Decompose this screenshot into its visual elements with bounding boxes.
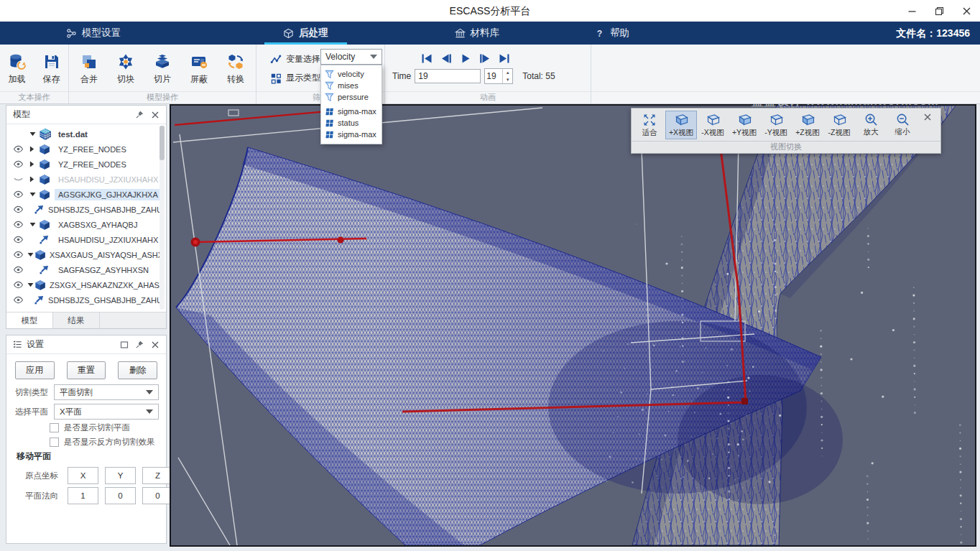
eye-open-icon[interactable] — [13, 236, 26, 244]
view-minus-y-button[interactable]: -Y视图 — [760, 111, 792, 139]
dropdown-option-sigma-max[interactable]: sigma-max — [321, 106, 382, 117]
menu-item-1[interactable]: 后处理 — [256, 22, 356, 45]
tab-model[interactable]: 模型 — [6, 312, 53, 328]
time-spinner[interactable]: ▲▼ — [484, 68, 513, 84]
eye-open-icon[interactable] — [13, 145, 26, 153]
eye-open-icon[interactable] — [13, 296, 24, 304]
cut-type-select[interactable]: 平面切割 — [54, 384, 159, 400]
expander-icon[interactable] — [29, 131, 38, 136]
tab-result[interactable]: 结果 — [53, 312, 100, 328]
tree-item[interactable]: SDHSBJZS_GHSABJHB_ZAHU — [6, 202, 166, 217]
minimize-button[interactable] — [905, 4, 918, 17]
pin-icon[interactable] — [135, 110, 144, 119]
origin-z-field[interactable] — [142, 467, 173, 484]
spinner-up-icon[interactable]: ▲ — [503, 69, 512, 76]
tree-item[interactable]: AGSGKJKG_GJHXAJKHXA — [6, 187, 166, 202]
view-plus-x-button[interactable]: +X视图 — [665, 111, 697, 139]
normal-x-field[interactable] — [68, 487, 98, 504]
load-button[interactable]: 加载 — [2, 52, 32, 85]
view-plus-y-button[interactable]: +Y视图 — [729, 111, 760, 139]
fit-view-button[interactable]: 适合 — [634, 111, 665, 139]
eye-open-icon[interactable] — [13, 221, 26, 228]
tree-item[interactable]: test.dat — [6, 126, 166, 142]
expander-icon[interactable] — [29, 161, 38, 167]
dropdown-option-mises[interactable]: mises — [321, 80, 382, 91]
expander-icon[interactable] — [27, 282, 34, 287]
show-cut-plane-checkbox[interactable] — [50, 423, 59, 432]
variable-select-button[interactable]: 变量选择 — [270, 53, 320, 65]
cut-block-button[interactable]: 切块 — [110, 52, 142, 85]
zoom-in-button[interactable]: 放大 — [855, 111, 887, 139]
view-toolbar-close-icon[interactable] — [920, 111, 935, 125]
view-minus-x-button[interactable]: -X视图 — [697, 111, 729, 139]
merge-button[interactable]: 合并 — [73, 52, 105, 85]
tree-item[interactable]: SAGFASGZ_ASYHHXSN — [6, 262, 166, 277]
expander-icon[interactable] — [29, 192, 38, 197]
normal-z-field[interactable] — [142, 487, 173, 504]
tree-item[interactable]: YZ_FREE_NODES — [6, 157, 166, 172]
apply-button[interactable]: 应用 — [15, 361, 55, 379]
menu-item-0[interactable]: 模型设置 — [52, 22, 135, 45]
slice-button[interactable]: 切片 — [147, 52, 178, 85]
reverse-cut-checkbox[interactable] — [50, 437, 59, 447]
dropdown-option-status[interactable]: status — [321, 117, 382, 129]
expander-icon[interactable] — [29, 146, 38, 152]
step-forward-button[interactable] — [479, 54, 491, 63]
delete-button[interactable]: 删除 — [118, 361, 157, 379]
expander-icon[interactable] — [29, 176, 38, 182]
tree-item[interactable]: ZSXGX_HSAKAZNZXK_AHASX — [6, 277, 166, 292]
play-button[interactable] — [460, 54, 471, 63]
eye-open-icon[interactable] — [13, 281, 24, 289]
eye-open-icon[interactable] — [13, 190, 26, 198]
save-button[interactable]: 保存 — [37, 52, 66, 85]
step-back-button[interactable] — [440, 54, 452, 63]
tree-item[interactable]: SDHSBJZS_GHSABJHB_ZAHU — [6, 292, 166, 307]
3d-viewport[interactable] — [170, 104, 976, 547]
eye-closed-icon[interactable] — [13, 175, 26, 183]
dropdown-option-sigma-max[interactable]: sigma-max — [321, 129, 382, 140]
skip-start-button[interactable] — [421, 54, 433, 63]
tree-item[interactable]: XAGBSXG_AYHAQBJ — [6, 217, 166, 232]
tree-scrollbar[interactable] — [160, 126, 165, 310]
view-minus-z-button[interactable]: -Z视图 — [823, 111, 855, 139]
maximize-icon[interactable] — [120, 341, 129, 349]
normal-y-field[interactable] — [105, 487, 136, 504]
mask-button[interactable]: 屏蔽 — [183, 52, 215, 85]
tree-item[interactable]: HSAUHDISU_JZXIUXHAHX — [6, 232, 166, 247]
expander-icon[interactable] — [27, 252, 34, 257]
spinner-input[interactable] — [485, 69, 502, 83]
pin-icon[interactable] — [135, 340, 144, 349]
tree-item[interactable]: HSAUHDISU_JZXIUXHAHX — [6, 172, 166, 187]
tree-scrollbar-thumb[interactable] — [160, 126, 165, 160]
origin-x-field[interactable] — [68, 467, 98, 484]
dropdown-option-velocity[interactable]: velocity — [321, 68, 382, 80]
restore-button[interactable] — [933, 4, 946, 17]
cube-icon — [34, 249, 46, 261]
tree-item[interactable]: XSAXGAUS_AISYAQSH_ASHX — [6, 247, 166, 262]
spinner-down-icon[interactable]: ▼ — [503, 76, 512, 83]
eye-open-icon[interactable] — [13, 205, 24, 213]
convert-button[interactable]: 转换 — [220, 52, 251, 85]
view-plus-z-button[interactable]: +Z视图 — [792, 111, 823, 139]
origin-y-field[interactable] — [105, 467, 136, 484]
display-type-button[interactable]: 显示类型 — [270, 72, 320, 84]
menu-item-2[interactable]: 材料库 — [440, 22, 514, 45]
eye-open-icon[interactable] — [13, 160, 26, 168]
close-button[interactable] — [960, 4, 973, 17]
playback-controls — [421, 54, 583, 63]
eye-open-icon[interactable] — [13, 266, 26, 274]
variable-combobox[interactable]: Velocity — [320, 49, 382, 65]
scene-canvas[interactable] — [171, 106, 975, 545]
zoom-out-button[interactable]: 缩小 — [887, 111, 918, 139]
close-icon[interactable] — [151, 341, 160, 349]
time-input[interactable] — [415, 69, 481, 83]
reset-button[interactable]: 重置 — [67, 361, 106, 379]
expander-icon[interactable] — [29, 222, 38, 227]
tree-item[interactable]: YZ_FREE_NODES — [6, 142, 166, 157]
close-icon[interactable] — [151, 111, 160, 119]
plane-select[interactable]: X平面 — [54, 404, 159, 420]
eye-open-icon[interactable] — [13, 251, 24, 259]
dropdown-option-perssure[interactable]: perssure — [321, 91, 382, 103]
skip-end-button[interactable] — [499, 54, 510, 63]
menu-item-3[interactable]: ?帮助 — [580, 22, 644, 45]
